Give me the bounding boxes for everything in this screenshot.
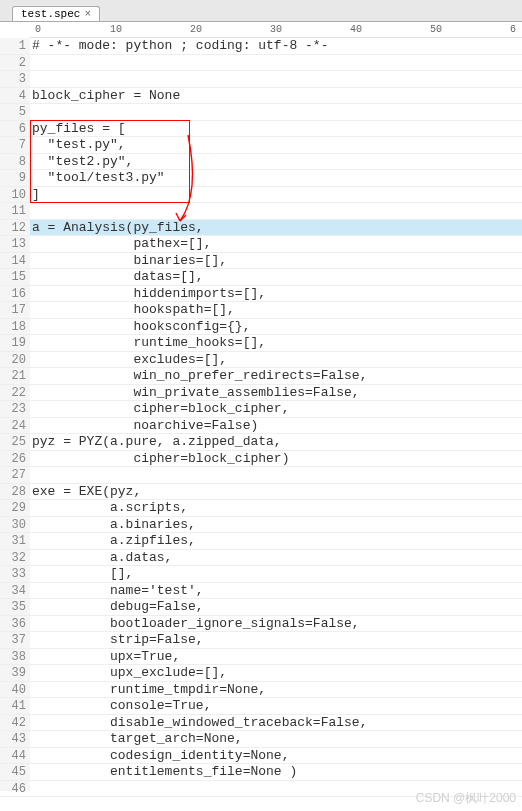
code-line[interactable]: entitlements_file=None )	[30, 764, 522, 781]
code-line[interactable]	[30, 104, 522, 121]
code-line[interactable]: a.datas,	[30, 550, 522, 567]
code-line[interactable]: "test.py",	[30, 137, 522, 154]
line-number: 30	[0, 517, 30, 534]
code-line[interactable]: a.zipfiles,	[30, 533, 522, 550]
code-line[interactable]: binaries=[],	[30, 253, 522, 270]
code-line[interactable]: bootloader_ignore_signals=False,	[30, 616, 522, 633]
line-number: 9	[0, 170, 30, 187]
line-number: 28	[0, 484, 30, 501]
code-line[interactable]: win_private_assemblies=False,	[30, 385, 522, 402]
code-line[interactable]: upx=True,	[30, 649, 522, 666]
line-number: 35	[0, 599, 30, 616]
code-line[interactable]: hiddenimports=[],	[30, 286, 522, 303]
code-line[interactable]: noarchive=False)	[30, 418, 522, 435]
line-number: 19	[0, 335, 30, 352]
line-number: 43	[0, 731, 30, 748]
code-line[interactable]: upx_exclude=[],	[30, 665, 522, 682]
line-number: 31	[0, 533, 30, 550]
code-line[interactable]: strip=False,	[30, 632, 522, 649]
tab-label: test.spec	[21, 8, 80, 20]
line-number: 3	[0, 71, 30, 88]
code-line[interactable]: a.scripts,	[30, 500, 522, 517]
code-line[interactable]	[30, 55, 522, 72]
code-line[interactable]: excludes=[],	[30, 352, 522, 369]
line-number: 21	[0, 368, 30, 385]
code-line[interactable]: runtime_hooks=[],	[30, 335, 522, 352]
line-number: 5	[0, 104, 30, 121]
ruler-mark: 30	[270, 24, 282, 35]
code-line[interactable]: "test2.py",	[30, 154, 522, 171]
code-line[interactable]: hookspath=[],	[30, 302, 522, 319]
editor[interactable]: 1234567891011121314151617181920212223242…	[0, 38, 522, 791]
code-line[interactable]	[30, 467, 522, 484]
line-number: 38	[0, 649, 30, 666]
file-tab[interactable]: test.spec ×	[12, 6, 100, 21]
line-number: 46	[0, 781, 30, 798]
line-number: 33	[0, 566, 30, 583]
code-line[interactable]: cipher=block_cipher)	[30, 451, 522, 468]
code-line[interactable]: datas=[],	[30, 269, 522, 286]
code-line[interactable]: runtime_tmpdir=None,	[30, 682, 522, 699]
line-number: 15	[0, 269, 30, 286]
line-number: 2	[0, 55, 30, 72]
line-number: 22	[0, 385, 30, 402]
line-number: 29	[0, 500, 30, 517]
line-number: 8	[0, 154, 30, 171]
ruler: 0 10 20 30 40 50 6	[30, 22, 522, 38]
line-number: 34	[0, 583, 30, 600]
line-number: 16	[0, 286, 30, 303]
tab-bar: test.spec ×	[0, 0, 522, 22]
line-number: 41	[0, 698, 30, 715]
code-line[interactable]: target_arch=None,	[30, 731, 522, 748]
code-line[interactable]: pyz = PYZ(a.pure, a.zipped_data,	[30, 434, 522, 451]
line-number: 1	[0, 38, 30, 55]
ruler-mark: 40	[350, 24, 362, 35]
line-number: 24	[0, 418, 30, 435]
code-line[interactable]: [],	[30, 566, 522, 583]
code-line[interactable]: block_cipher = None	[30, 88, 522, 105]
line-number: 45	[0, 764, 30, 781]
close-icon[interactable]: ×	[84, 8, 91, 20]
line-number: 6	[0, 121, 30, 138]
line-number: 25	[0, 434, 30, 451]
line-number: 4	[0, 88, 30, 105]
code-line[interactable]: pathex=[],	[30, 236, 522, 253]
line-number: 20	[0, 352, 30, 369]
code-line[interactable]: py_files = [	[30, 121, 522, 138]
line-number: 40	[0, 682, 30, 699]
code-line[interactable]: # -*- mode: python ; coding: utf-8 -*-	[30, 38, 522, 55]
code-line[interactable]	[30, 71, 522, 88]
line-number: 39	[0, 665, 30, 682]
code-line[interactable]: console=True,	[30, 698, 522, 715]
ruler-mark: 50	[430, 24, 442, 35]
code-line[interactable]: name='test',	[30, 583, 522, 600]
code-line[interactable]: disable_windowed_traceback=False,	[30, 715, 522, 732]
code-line[interactable]: debug=False,	[30, 599, 522, 616]
code-line[interactable]: hooksconfig={},	[30, 319, 522, 336]
code-line[interactable]: cipher=block_cipher,	[30, 401, 522, 418]
code-line[interactable]: exe = EXE(pyz,	[30, 484, 522, 501]
line-number: 32	[0, 550, 30, 567]
line-number: 17	[0, 302, 30, 319]
code-area[interactable]: # -*- mode: python ; coding: utf-8 -*-bl…	[30, 38, 522, 791]
code-line[interactable]: ]	[30, 187, 522, 204]
line-number: 37	[0, 632, 30, 649]
line-number: 44	[0, 748, 30, 765]
watermark: CSDN @枫叶2000	[416, 790, 516, 807]
code-line[interactable]: a.binaries,	[30, 517, 522, 534]
code-line[interactable]: codesign_identity=None,	[30, 748, 522, 765]
code-line[interactable]: "tool/test3.py"	[30, 170, 522, 187]
code-line[interactable]: win_no_prefer_redirects=False,	[30, 368, 522, 385]
line-number: 18	[0, 319, 30, 336]
line-number: 42	[0, 715, 30, 732]
line-number: 26	[0, 451, 30, 468]
ruler-mark: 0	[35, 24, 41, 35]
line-number: 23	[0, 401, 30, 418]
code-line[interactable]: a = Analysis(py_files,	[30, 220, 522, 237]
line-number: 13	[0, 236, 30, 253]
line-number: 27	[0, 467, 30, 484]
line-number: 12	[0, 220, 30, 237]
ruler-mark: 10	[110, 24, 122, 35]
code-line[interactable]	[30, 203, 522, 220]
ruler-mark: 20	[190, 24, 202, 35]
